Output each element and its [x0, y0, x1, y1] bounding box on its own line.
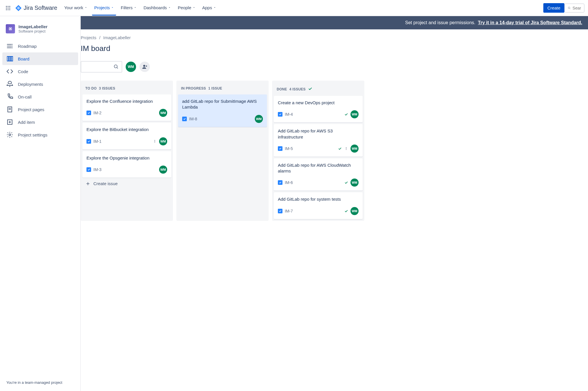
- add-icon: [6, 119, 13, 126]
- assignee-avatar[interactable]: WM: [350, 145, 359, 153]
- sidebar: ImageLabeller Software project RoadmapBo…: [0, 16, 81, 391]
- done-check-icon: [308, 86, 312, 92]
- nav-label: People: [178, 5, 191, 10]
- issue-type-icon: [86, 167, 91, 172]
- sidebar-item-roadmap[interactable]: Roadmap: [2, 40, 78, 52]
- assignee-avatar[interactable]: WM: [350, 207, 359, 215]
- plus-icon: [85, 181, 91, 186]
- svg-point-5: [9, 7, 10, 8]
- svg-point-12: [12, 46, 13, 47]
- project-subtitle: Software project: [18, 29, 48, 33]
- project-avatar-icon: [6, 24, 15, 33]
- global-search[interactable]: [564, 3, 585, 13]
- sidebar-item-label: Project pages: [18, 107, 44, 112]
- brand-logo[interactable]: Jira Software: [15, 5, 57, 12]
- card-list: add GitLab repo for SubmitImage AWS Lamb…: [178, 94, 267, 127]
- assignee-avatar[interactable]: WM: [159, 166, 167, 174]
- card-title: Add GitLab repo for AWS CloudWatch alarm…: [278, 162, 359, 174]
- issue-key[interactable]: IM-8: [189, 117, 197, 121]
- assignee-filter-avatar[interactable]: WM: [126, 62, 136, 72]
- board-toolbar: WM: [81, 61, 585, 73]
- column-count: 3 ISSUES: [99, 86, 115, 90]
- card-title: Add GitLab repo for system tests: [278, 196, 359, 202]
- create-issue-button[interactable]: Create issue: [82, 178, 171, 190]
- issue-card[interactable]: Create a new DevOps project IM-4 WM: [274, 96, 363, 122]
- assignee-avatar[interactable]: WM: [350, 179, 359, 187]
- deploy-icon: [6, 81, 13, 88]
- sidebar-nav: RoadmapBoardCodeDeploymentsOn-callProjec…: [2, 40, 78, 141]
- roadmap-icon: [6, 43, 13, 50]
- svg-rect-16: [11, 56, 13, 61]
- board-search[interactable]: [81, 61, 122, 73]
- issue-type-icon: [182, 117, 187, 121]
- svg-point-7: [7, 9, 8, 10]
- sidebar-item-add-item[interactable]: Add item: [2, 116, 78, 128]
- done-check-icon: [344, 112, 348, 116]
- project-header[interactable]: ImageLabeller Software project: [2, 24, 78, 39]
- column-name: DONE: [277, 87, 287, 91]
- issue-card[interactable]: Add GitLab repo for AWS CloudWatch alarm…: [274, 158, 363, 191]
- assignee-avatar[interactable]: WM: [159, 109, 167, 117]
- breadcrumb-item[interactable]: ImageLabeller: [103, 35, 131, 40]
- issue-card[interactable]: Explore the Confluence integration IM-2 …: [82, 94, 171, 121]
- issue-key[interactable]: IM-6: [285, 180, 293, 185]
- board-columns: TO DO 3 ISSUES Explore the Confluence in…: [81, 81, 585, 221]
- breadcrumb-item[interactable]: Projects: [81, 35, 96, 40]
- issue-key[interactable]: IM-1: [93, 139, 101, 144]
- column-count: 1 ISSUE: [208, 86, 222, 90]
- nav-item-your-work[interactable]: Your work: [62, 1, 90, 16]
- issue-card[interactable]: add GitLab repo for SubmitImage AWS Lamb…: [178, 94, 267, 127]
- issue-key[interactable]: IM-4: [285, 112, 293, 117]
- nav-item-people[interactable]: People: [176, 1, 198, 16]
- sidebar-item-label: Board: [18, 56, 29, 61]
- issue-key[interactable]: IM-5: [285, 146, 293, 151]
- nav-item-filters[interactable]: Filters: [118, 1, 139, 16]
- sidebar-item-project-settings[interactable]: Project settings: [2, 128, 78, 141]
- sidebar-item-code[interactable]: Code: [2, 65, 78, 78]
- sidebar-item-on-call[interactable]: On-call: [2, 90, 78, 103]
- priority-icon: [344, 147, 348, 151]
- app-switcher-icon[interactable]: [3, 3, 13, 13]
- search-icon: [114, 64, 119, 69]
- chevron-down-icon: [193, 6, 195, 9]
- sidebar-item-board[interactable]: Board: [2, 52, 78, 65]
- svg-point-24: [114, 65, 117, 68]
- search-input[interactable]: [572, 6, 581, 10]
- card-title: Create a new DevOps project: [278, 100, 359, 106]
- sidebar-item-project-pages[interactable]: Project pages: [2, 103, 78, 116]
- add-people-button[interactable]: [140, 62, 150, 72]
- nav-item-apps[interactable]: Apps: [200, 1, 218, 16]
- svg-point-13: [12, 48, 13, 48]
- column-name: TO DO: [85, 86, 97, 90]
- settings-icon: [6, 131, 13, 138]
- column-count: 4 ISSUES: [289, 87, 306, 91]
- banner-link[interactable]: Try it in a 14-day trial of Jira Softwar…: [478, 20, 582, 25]
- assignee-avatar[interactable]: WM: [159, 137, 167, 145]
- sidebar-item-deployments[interactable]: Deployments: [2, 78, 78, 90]
- issue-key[interactable]: IM-2: [93, 111, 101, 115]
- card-list: Explore the Confluence integration IM-2 …: [82, 94, 171, 178]
- assignee-avatar[interactable]: WM: [255, 115, 263, 123]
- issue-key[interactable]: IM-7: [285, 209, 293, 213]
- issue-card[interactable]: Explore the Bitbucket integration IM-1 W…: [82, 123, 171, 149]
- sidebar-item-label: Project settings: [18, 132, 48, 137]
- issue-card[interactable]: Add GitLab repo for system tests IM-7 WM: [274, 192, 363, 219]
- svg-point-0: [6, 6, 7, 7]
- svg-point-1: [7, 6, 8, 7]
- priority-icon: [153, 139, 157, 143]
- assignee-avatar[interactable]: WM: [350, 110, 359, 118]
- main-content: Set project and issue permissions. Try i…: [81, 16, 588, 391]
- nav-label: Your work: [64, 5, 83, 10]
- issue-card[interactable]: Add GitLab repo for AWS S3 infrastructur…: [274, 124, 363, 157]
- nav-items: Your workProjectsFiltersDashboardsPeople…: [62, 1, 540, 16]
- sidebar-item-label: Deployments: [18, 82, 43, 87]
- svg-point-23: [9, 134, 11, 136]
- chevron-down-icon: [168, 6, 171, 9]
- column-header: IN PROGRESS 1 ISSUE: [178, 82, 267, 94]
- nav-item-projects[interactable]: Projects: [92, 1, 116, 16]
- create-button[interactable]: Create: [543, 3, 564, 13]
- brand-text: Jira Software: [24, 5, 57, 11]
- issue-card[interactable]: Explore the Opsgenie integration IM-3 WM: [82, 151, 171, 178]
- issue-key[interactable]: IM-3: [93, 167, 101, 172]
- nav-item-dashboards[interactable]: Dashboards: [141, 1, 173, 16]
